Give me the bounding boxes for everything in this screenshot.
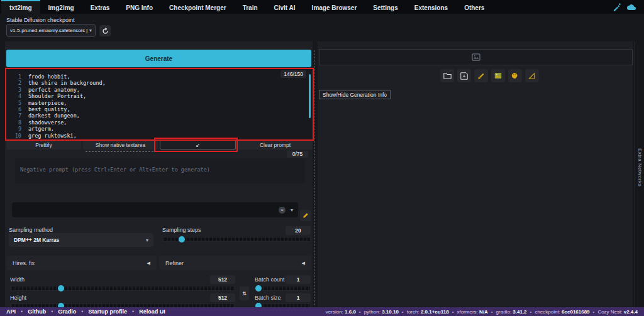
prompt-scrollbar[interactable] [309,74,311,118]
image-icon [494,72,502,79]
top-tab-bar: txt2imgimg2imgExtrasPNG InfoCheckpoint M… [0,0,644,14]
chevron-down-icon: ▾ [291,207,293,213]
footer-link[interactable]: Startup profile [89,308,140,315]
prompt-line: 6 best quality, [6,106,313,112]
width-slider[interactable] [10,286,235,291]
footer-link[interactable]: Github [28,308,58,315]
send-to-img2img-button[interactable] [491,69,505,82]
folder-icon [443,72,452,79]
footer-info-item: python: 3.10.10 [364,309,407,315]
sampling-steps-input[interactable]: 20 [286,226,311,235]
batch-count-slider-handle[interactable] [255,285,262,291]
negative-token-counter: 0/75 [287,151,308,158]
prompt-line: 1 frodo hobbit, [6,74,313,80]
cloud-icon[interactable] [626,3,636,11]
token-counter: 146/150 [280,70,306,78]
topbar-icons [611,0,644,14]
width-input[interactable]: 512 [210,275,235,284]
footer-link[interactable]: API [6,308,28,315]
image-placeholder-icon [472,53,480,61]
prompt-line: 8 shadowverse, [6,119,313,126]
main-tab[interactable]: Settings [365,0,406,14]
footer-info-item: checkpoint: 6ce0161689 [535,309,597,315]
main-tab[interactable]: Checkpoint Merger [161,0,235,14]
prompt-line: 4 Shoulder Portrait, [6,93,313,99]
swap-dimensions-button[interactable]: ⇅ [240,286,249,300]
generation-info-toggle-button[interactable]: Show/Hide Generation Info [319,90,391,99]
batch-count-input[interactable]: 1 [286,275,311,284]
line-number: 3 [6,87,21,93]
line-number: 9 [6,126,21,132]
negative-prompt-placeholder: Negative prompt (press Ctrl+Enter or Alt… [20,166,210,173]
sampling-steps-label: Sampling steps [162,227,201,233]
footer-link[interactable]: Gradio [58,308,88,315]
sampling-method-dropdown[interactable]: DPM++ 2M Karras ▾ [9,233,153,247]
main-tab[interactable]: img2img [40,0,82,14]
main-tab[interactable]: txt2img [1,0,40,14]
main-tab[interactable]: PNG Info [118,0,161,14]
prompt-line: 5 masterpiece, [6,100,313,106]
column-splitter[interactable] [314,50,314,305]
footer-bar: APIGithubGradioStartup profileReload UI … [0,307,644,316]
ruler-icon [528,72,536,79]
save-icon [460,72,468,80]
main-tab[interactable]: Others [456,0,492,14]
height-input[interactable]: 512 [210,293,235,302]
main-tab[interactable]: Extensions [406,0,456,14]
footer-link[interactable]: Reload UI [139,308,165,315]
paint-tools-icon[interactable] [611,3,621,11]
send-to-inpaint-button[interactable] [508,69,522,82]
prompt-line: 7 darkest dungeon, [6,112,313,119]
batch-count-slider[interactable] [255,286,311,291]
open-folder-button[interactable] [440,69,454,82]
chevron-left-icon: ◀ [302,261,305,266]
save-zip-button[interactable] [474,69,488,82]
app-window: txt2imgimg2imgExtrasPNG InfoCheckpoint M… [0,0,644,316]
prompt-action-button[interactable]: Clear prompt [238,140,313,150]
edit-styles-button[interactable] [300,210,311,221]
prompt-resize-handle[interactable] [86,151,185,152]
sampling-steps-slider[interactable] [162,237,311,242]
extra-networks-strip[interactable]: Extra Networks [635,41,644,307]
checkpoint-dropdown[interactable]: v1-5-pruned-emaonly.safetensors [6ce016 … [6,24,96,37]
prompt-textarea[interactable]: 1 frodo hobbit, 2 the shire in backgroun… [6,69,313,139]
checkpoint-value: v1-5-pruned-emaonly.safetensors [6ce016 [10,28,87,33]
main-tab[interactable]: Train [235,0,266,14]
hires-fix-accordion[interactable]: Hires. fix ◀ [6,256,157,270]
refresh-checkpoint-button[interactable] [99,25,111,36]
negative-prompt-textarea[interactable]: Negative prompt (press Ctrl+Enter or Alt… [15,158,305,183]
height-label: Height [10,295,26,301]
styles-dropdown[interactable]: × ▾ [12,202,298,217]
output-gallery[interactable] [319,49,633,65]
prompt-action-button[interactable]: ↙ [160,140,236,150]
refiner-accordion[interactable]: Refiner ◀ [159,256,311,270]
sampling-steps-slider-handle[interactable] [179,236,185,242]
clear-styles-icon[interactable]: × [279,207,286,214]
send-to-extras-button[interactable] [525,69,539,82]
generate-button[interactable]: Generate [6,50,311,67]
prompt-line: 2 the shire in background, [6,80,313,86]
sampling-method-value: DPM++ 2M Karras [14,237,144,243]
prompt-action-row: PrettifyShow native textarea↙Clear promp… [6,140,313,150]
main-tab[interactable]: Extras [82,0,118,14]
prompt-lines: 1 frodo hobbit, 2 the shire in backgroun… [6,74,313,139]
footer-info-item: torch: 2.0.1+cu118 [407,309,457,315]
line-number: 1 [6,74,21,80]
sampling-method-label: Sampling method [9,227,53,233]
batch-size-input[interactable]: 1 [286,293,311,302]
line-number: 2 [6,80,21,86]
prompt-action-button[interactable]: Prettify [6,140,81,150]
main-tab[interactable]: Image Browser [304,0,365,14]
prompt-action-button[interactable]: Show native textarea [83,140,158,150]
line-number: 10 [6,133,21,139]
gallery-toolbar [440,69,539,82]
chevron-left-icon: ◀ [147,261,150,266]
prompt-line: 9 artgerm, [6,126,313,132]
main-tab[interactable]: Civit AI [266,0,304,14]
width-slider-handle[interactable] [58,285,64,291]
pencil-icon [303,212,309,219]
footer-info-item: xformers: N/A [457,309,496,315]
chevron-down-icon: ▾ [89,28,92,33]
save-image-button[interactable] [457,69,471,82]
batch-count-label: Batch count [255,276,285,283]
